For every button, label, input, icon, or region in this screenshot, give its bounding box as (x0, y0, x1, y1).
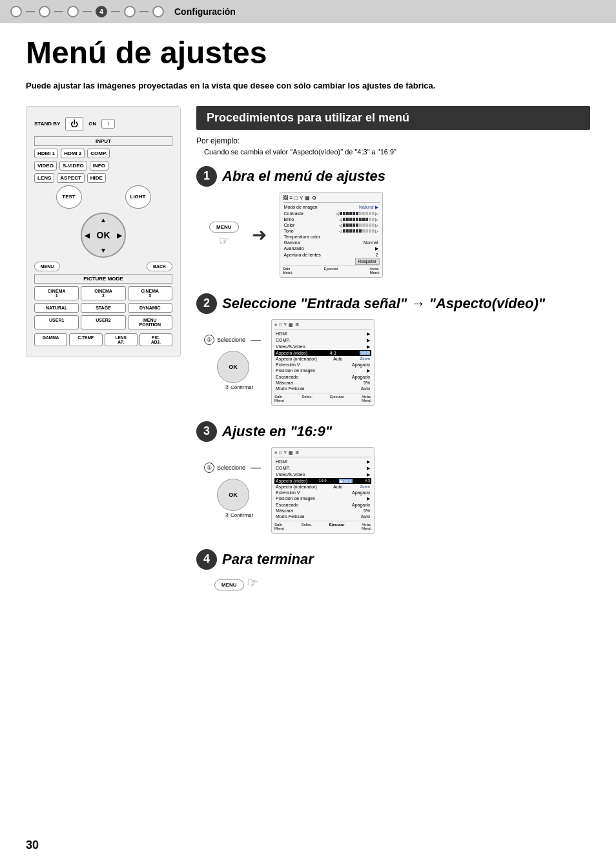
aspect-button[interactable]: ASPECT (57, 173, 84, 183)
m2-mascara: Máscara 5% (274, 380, 371, 386)
menu-row-tono: Tono ◁ ▷ (283, 228, 380, 234)
step-4-header: 4 Para terminar (196, 549, 590, 570)
m2-aspecto: Aspecto (vídeo) 4:3 16:9 (274, 350, 371, 356)
m3-hdmi-label: HDMI (276, 459, 287, 464)
m3-modo-value: Auto (361, 514, 370, 519)
stage-button[interactable]: STAGE (81, 303, 125, 313)
test-button[interactable]: TEST (56, 185, 82, 209)
gamma-button[interactable]: GAMMA (34, 333, 67, 346)
m2-pos-arrow: ▶ (367, 368, 370, 373)
arrow-up[interactable]: ▲ (100, 216, 107, 224)
cinema2-button[interactable]: CINEMA2 (81, 286, 125, 300)
menu-position-button[interactable]: MENUPOSITION (128, 315, 172, 329)
reajustar-btn: Reajustar (283, 259, 380, 264)
light-button[interactable]: LIGHT (125, 185, 151, 209)
power-button[interactable]: ⏻ (65, 117, 83, 131)
ok-circle: ▲ OK ▼ ◀ ▶ (81, 213, 126, 258)
m3-pos-arrow: ▶ (367, 496, 370, 501)
menu-contrast-label: Contraste (284, 211, 303, 216)
input-row2: VIDEO S-VIDEO INFO (34, 161, 172, 171)
menu-btn-hint: MENU (214, 579, 244, 590)
comp-button[interactable]: COMP. (87, 149, 110, 158)
footer3-salir: SalirMenú (274, 523, 284, 530)
brillo-slider: ◁ ▷ (339, 217, 378, 222)
footer2-selec: Selec. (302, 395, 313, 402)
arrow-down[interactable]: ▼ (100, 247, 107, 254)
menu-row-contrast: Contraste ◁ ▷ (283, 211, 380, 216)
video-button[interactable]: VIDEO (34, 161, 57, 171)
menu-row-gamma: Gamma Normal (283, 240, 380, 245)
m3-ord-label: Aspecto (ordenador) (276, 485, 317, 489)
hide-button[interactable]: HIDE (87, 173, 106, 183)
m3-video: Vídeo/S-Vídeo ▶ (274, 472, 371, 478)
back-button[interactable]: BACK (147, 262, 172, 271)
hdmi1-button[interactable]: HDMI 1 (34, 149, 58, 158)
m2-hdmi-label: HDMI (276, 331, 287, 337)
m3-pos: Posición de imagen ▶ (274, 495, 371, 502)
svideo-button[interactable]: S-VIDEO (59, 161, 87, 171)
lens-button[interactable]: LENS (34, 173, 54, 183)
topbar-title: Configuración (174, 6, 236, 17)
natural-button[interactable]: NATURAL (34, 303, 79, 313)
footer-atras: AtrásMenú (370, 267, 380, 275)
menu-button[interactable]: MENU (34, 262, 60, 271)
m2-pos: Posición de imagen ▶ (274, 368, 371, 374)
m2-ext: Extensión V Apagado (274, 362, 371, 368)
menu-tono-label: Tono (284, 229, 294, 233)
menu-icon-eq: ≡ (290, 195, 293, 201)
info-button[interactable]: INFO (90, 161, 108, 171)
m3-ext-value: Apagado (352, 490, 370, 495)
menu-icon-gear: ⚙ (312, 195, 316, 201)
user2-button[interactable]: USER2 (81, 315, 125, 329)
pic-adj-button[interactable]: PIC.ADJ. (139, 333, 172, 346)
icon-y3: Y (283, 450, 287, 455)
arrow-right[interactable]: ▶ (117, 231, 122, 238)
input-label: INPUT (34, 136, 172, 146)
input-row1: HDMI 1 HDMI 2 COMP. (34, 149, 172, 158)
m3-comp: COMP. ▶ (274, 465, 371, 472)
hand-icon-2: ☞ (245, 574, 260, 591)
arrow-left[interactable]: ◀ (85, 231, 90, 238)
cinema1-button[interactable]: CINEMA1 (34, 286, 79, 300)
picture-mode-row2: NATURAL STAGE DYNAMIC (34, 303, 172, 313)
slider-icon-right: ▷ (375, 211, 378, 216)
m2-comp: COMP. ▶ (274, 337, 371, 344)
step-4-content: MENU ☞ (201, 575, 590, 590)
ok-button[interactable]: OK (97, 230, 110, 240)
menu-press-hint: MENU (209, 222, 239, 233)
m3-mascara-label: Máscara (276, 508, 293, 513)
icon-entrada3: ≡ (274, 450, 277, 455)
footer2-salir: SalirMenú (274, 395, 284, 402)
mini-ok-text: OK (229, 364, 238, 370)
user1-button[interactable]: USER1 (34, 315, 79, 329)
menu-icon-box: □ (294, 195, 298, 201)
m2-hdmi-arrow: ▶ (367, 331, 370, 337)
footer3-ejecutar: Ejecutar (329, 523, 345, 530)
cinema3-button[interactable]: CINEMA3 (128, 286, 172, 300)
step-1-number: 1 (196, 166, 217, 187)
step-6-circle (152, 6, 164, 17)
lens-ap-button[interactable]: LENSAP. (105, 333, 138, 346)
hdmi2-button[interactable]: HDMI 2 (61, 149, 85, 158)
m2-pos-label: Posición de imagen (276, 368, 315, 373)
picture-mode-label: PICTURE MODE (34, 274, 172, 284)
reajustar-label: Reajustar (355, 258, 380, 265)
icon-disp2: ▦ (289, 322, 293, 328)
menu-back-row: MENU BACK (34, 262, 172, 271)
m2-comp-label: COMP. (276, 338, 290, 343)
ctemp-button[interactable]: C.TEMP (69, 333, 102, 346)
on-switch[interactable]: I (101, 119, 114, 129)
icon-box2: □ (279, 322, 282, 328)
step-2: 2 Seleccione "Entrada señal" → "Aspecto(… (196, 293, 590, 406)
menu-avanzado-label: Avanzado (284, 246, 304, 251)
cinema-row: CINEMA1 CINEMA2 CINEMA3 (34, 286, 172, 300)
footer2-atras: AtrásMenú (362, 395, 371, 402)
m2-video-label: Vídeo/S-Vídeo (276, 344, 305, 349)
num-1b: ① (204, 463, 214, 473)
step-4-title: Para terminar (222, 551, 314, 568)
slider-icon: ◁ (336, 211, 339, 216)
dynamic-button[interactable]: DYNAMIC (128, 303, 172, 313)
lens-row: LENS ASPECT HIDE (34, 173, 172, 183)
step3-select-item: ① Seleccione — (204, 462, 261, 474)
menu-temp-label: Temperatura color (284, 234, 320, 239)
